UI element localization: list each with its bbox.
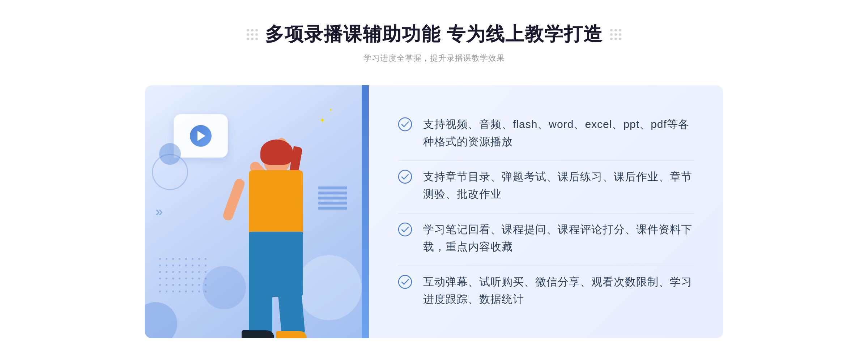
shoe-right bbox=[276, 331, 307, 338]
medium-blue-circle bbox=[152, 154, 188, 190]
svg-point-0 bbox=[399, 118, 412, 131]
feature-text-3: 学习笔记回看、课程提问、课程评论打分、课件资料下载，重点内容收藏 bbox=[423, 221, 694, 256]
svg-point-1 bbox=[399, 170, 412, 183]
feature-item-4: 互动弹幕、试听购买、微信分享、观看次数限制、学习进度跟踪、数据统计 bbox=[398, 266, 694, 315]
leg-left bbox=[249, 288, 272, 335]
star-decoration: ✦ bbox=[319, 116, 326, 125]
svg-point-2 bbox=[399, 223, 412, 236]
page-subtitle: 学习进度全掌握，提升录播课教学效果 bbox=[363, 53, 505, 64]
shoe-left bbox=[242, 330, 274, 338]
blue-circle-bottom bbox=[145, 302, 177, 338]
arm-left bbox=[222, 177, 246, 222]
content-area: » ✦ ✦ bbox=[145, 85, 723, 338]
blue-bar-decoration bbox=[362, 85, 369, 338]
header-section: 多项录播课辅助功能 专为线上教学打造 学习进度全掌握，提升录播课教学效果 bbox=[0, 22, 868, 64]
feature-text-4: 互动弹幕、试听购买、微信分享、观看次数限制、学习进度跟踪、数据统计 bbox=[423, 273, 694, 308]
features-panel: 支持视频、音频、flash、word、excel、ppt、pdf等各种格式的资源… bbox=[369, 85, 723, 338]
check-icon-4 bbox=[398, 275, 412, 289]
person-figure bbox=[202, 129, 339, 338]
page-container: 多项录播课辅助功能 专为线上教学打造 学习进度全掌握，提升录播课教学效果 » bbox=[0, 0, 868, 352]
svg-point-3 bbox=[399, 275, 412, 288]
figure-illustration bbox=[202, 129, 339, 338]
title-dots-right-decoration bbox=[610, 29, 621, 40]
leg-right bbox=[277, 287, 305, 335]
page-title: 多项录播课辅助功能 专为线上教学打造 bbox=[265, 22, 603, 47]
check-icon-2 bbox=[398, 169, 412, 184]
illustration-area: ✦ ✦ » bbox=[145, 85, 369, 338]
title-row: 多项录播课辅助功能 专为线上教学打造 bbox=[247, 22, 621, 47]
torso bbox=[249, 170, 303, 235]
feature-item-3: 学习笔记回看、课程提问、课程评论打分、课件资料下载，重点内容收藏 bbox=[398, 213, 694, 263]
feature-item-2: 支持章节目录、弹题考试、课后练习、课后作业、章节测验、批改作业 bbox=[398, 160, 694, 210]
check-icon-1 bbox=[398, 117, 412, 132]
hair bbox=[260, 139, 293, 165]
star-decoration-small: ✦ bbox=[328, 107, 333, 113]
feature-text-2: 支持章节目录、弹题考试、课后练习、课后作业、章节测验、批改作业 bbox=[423, 168, 694, 203]
feature-item-1: 支持视频、音频、flash、word、excel、ppt、pdf等各种格式的资源… bbox=[398, 108, 694, 158]
title-dots-left-decoration bbox=[247, 29, 258, 40]
check-icon-3 bbox=[398, 222, 412, 237]
chevrons-decoration: » bbox=[156, 204, 163, 219]
feature-text-1: 支持视频、音频、flash、word、excel、ppt、pdf等各种格式的资源… bbox=[423, 116, 694, 150]
